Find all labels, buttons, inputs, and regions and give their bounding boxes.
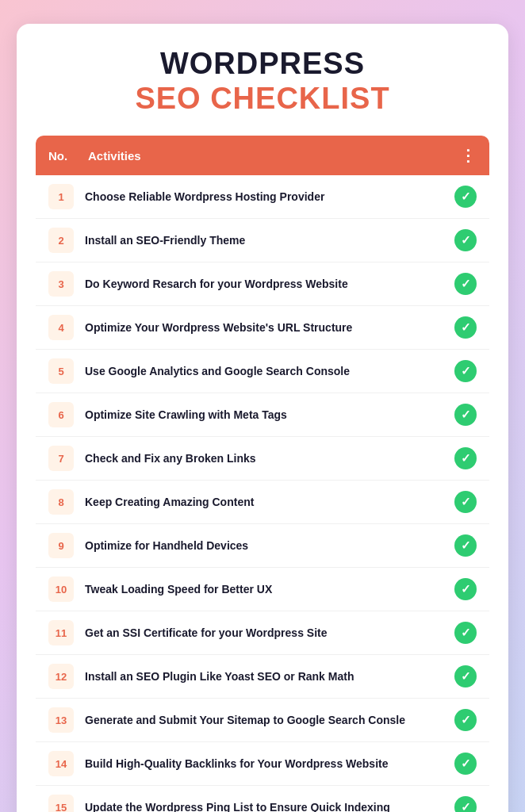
row-activity-text: Optimize Site Crawling with Meta Tags [85, 408, 446, 422]
check-icon [454, 404, 477, 426]
row-number: 2 [48, 228, 74, 253]
table-row: 15Update the Wordpress Ping List to Ensu… [36, 786, 489, 812]
table-row: 8Keep Creating Amazing Content [36, 481, 489, 524]
title-line2: SEO CHECKLIST [36, 81, 489, 117]
row-activity-text: Get an SSI Certificate for your Wordpres… [85, 626, 446, 640]
check-icon [454, 229, 477, 251]
row-activity-text: Use Google Analytics and Google Search C… [85, 364, 446, 378]
checklist-table: No. Activities ⋮ 1Choose Reliable Wordpr… [36, 136, 489, 812]
table-row: 14Build High-Quality Backlinks for Your … [36, 742, 489, 786]
row-number: 3 [48, 271, 74, 297]
table-body: 1Choose Reliable Wordpress Hosting Provi… [36, 175, 489, 812]
table-row: 13Generate and Submit Your Sitemap to Go… [36, 699, 489, 742]
row-number: 6 [48, 402, 74, 427]
row-activity-text: Keep Creating Amazing Content [85, 495, 446, 509]
row-activity-text: Choose Reliable Wordpress Hosting Provid… [85, 190, 446, 204]
table-row: 7Check and Fix any Broken Links [36, 437, 489, 481]
row-number: 15 [48, 795, 74, 812]
title-line1: WORDPRESS [36, 48, 489, 81]
check-icon [454, 316, 477, 339]
table-row: 10Tweak Loading Speed for Better UX [36, 568, 489, 611]
check-icon [454, 186, 477, 208]
row-activity-text: Optimize for Handheld Devices [85, 538, 446, 553]
title-section: WORDPRESS SEO CHECKLIST [36, 48, 489, 117]
row-activity-text: Update the Wordpress Ping List to Ensure… [85, 800, 446, 812]
check-icon [454, 360, 477, 382]
check-icon [454, 622, 477, 644]
check-icon [454, 534, 477, 557]
check-icon [454, 447, 477, 469]
row-number: 9 [48, 533, 74, 558]
check-icon [454, 665, 477, 688]
row-activity-text: Build High-Quality Backlinks for Your Wo… [85, 756, 446, 771]
table-row: 2Install an SEO-Friendly Theme [36, 219, 489, 262]
row-number: 10 [48, 576, 74, 602]
row-activity-text: Check and Fix any Broken Links [85, 451, 446, 465]
row-number: 14 [48, 751, 74, 776]
row-number: 5 [48, 358, 74, 384]
row-number: 12 [48, 664, 74, 689]
table-row: 4Optimize Your Wordpress Website's URL S… [36, 306, 489, 350]
check-icon [454, 491, 477, 513]
table-header: No. Activities ⋮ [36, 136, 489, 175]
row-number: 1 [48, 184, 74, 209]
header-activities-label: Activities [88, 149, 460, 163]
row-activity-text: Install an SEO-Friendly Theme [85, 233, 446, 247]
header-no-label: No. [48, 149, 88, 163]
table-row: 12Install an SEO Plugin Like Yoast SEO o… [36, 655, 489, 699]
row-activity-text: Install an SEO Plugin Like Yoast SEO or … [85, 669, 446, 684]
row-number: 8 [48, 489, 74, 515]
checklist-card: WORDPRESS SEO CHECKLIST No. Activities ⋮… [17, 24, 508, 812]
row-number: 4 [48, 315, 74, 340]
table-row: 9Optimize for Handheld Devices [36, 524, 489, 568]
check-icon [454, 709, 477, 731]
check-icon [454, 796, 477, 812]
check-icon [454, 753, 477, 775]
row-activity-text: Generate and Submit Your Sitemap to Goog… [85, 713, 446, 727]
row-activity-text: Optimize Your Wordpress Website's URL St… [85, 320, 446, 335]
table-row: 3Do Keyword Resarch for your Wordpress W… [36, 262, 489, 306]
row-activity-text: Do Keyword Resarch for your Wordpress We… [85, 277, 446, 291]
table-row: 1Choose Reliable Wordpress Hosting Provi… [36, 175, 489, 219]
table-row: 5Use Google Analytics and Google Search … [36, 350, 489, 393]
check-icon [454, 273, 477, 295]
row-activity-text: Tweak Loading Speed for Better UX [85, 582, 446, 596]
header-dots-icon[interactable]: ⋮ [460, 146, 477, 165]
row-number: 13 [48, 707, 74, 733]
table-row: 11Get an SSI Certificate for your Wordpr… [36, 611, 489, 655]
row-number: 7 [48, 446, 74, 471]
table-row: 6Optimize Site Crawling with Meta Tags [36, 393, 489, 437]
check-icon [454, 578, 477, 600]
row-number: 11 [48, 620, 74, 645]
